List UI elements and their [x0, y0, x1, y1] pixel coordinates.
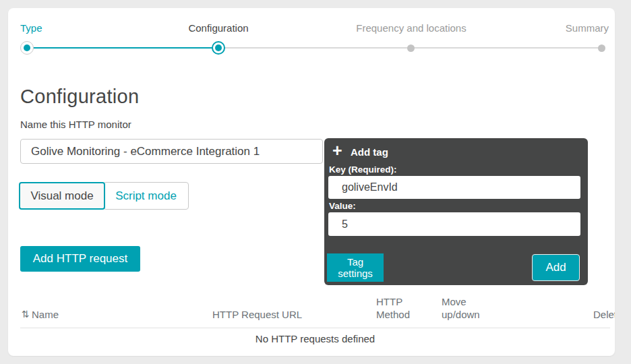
sort-icon[interactable]: ⇅	[22, 308, 30, 321]
stepper-progress-line	[27, 47, 218, 49]
tag-value-input[interactable]	[328, 212, 580, 236]
stepper-track-line	[411, 47, 602, 49]
tag-settings-button[interactable]: Tag settings	[327, 253, 384, 282]
column-header-name: Name	[32, 308, 59, 321]
step-label-type[interactable]: Type	[20, 22, 42, 34]
tag-add-button[interactable]: Add	[532, 254, 580, 281]
step-label-frequency-and-locations: Frequency and locations	[356, 22, 466, 34]
monitor-name-label: Name this HTTP monitor	[20, 119, 131, 130]
table-header-divider	[20, 328, 610, 328]
tag-value-label: Value:	[329, 201, 356, 211]
add-tag-panel: + Add tag Key (Required): Value: Tag set…	[324, 138, 588, 285]
script-mode-button[interactable]: Script mode	[103, 182, 189, 210]
step-label-summary: Summary	[566, 22, 609, 34]
mode-toggle-group: Visual mode Script mode	[19, 182, 189, 210]
step-dot-fill	[24, 44, 30, 51]
add-http-request-button[interactable]: Add HTTP request	[20, 246, 140, 272]
column-header-http-request-url: HTTP Request URL	[212, 308, 302, 321]
plus-icon: +	[332, 142, 342, 159]
column-header-move-up-down: Move up/down	[442, 295, 493, 321]
page-title: Configuration	[20, 86, 139, 108]
step-label-configuration[interactable]: Configuration	[188, 22, 248, 34]
tag-key-input[interactable]	[328, 176, 580, 199]
step-dot-configuration[interactable]	[212, 41, 225, 55]
tag-key-label: Key (Required):	[329, 164, 397, 175]
step-dot-fill	[215, 44, 222, 51]
column-header-delete: Delete	[593, 308, 615, 321]
step-dot-frequency	[407, 44, 415, 52]
wizard-card: Type Configuration Frequency and locatio…	[8, 8, 615, 356]
stepper-track-line	[218, 47, 411, 49]
step-dot-summary	[598, 44, 605, 52]
empty-table-message: No HTTP requests defined	[20, 333, 610, 344]
step-dot-type[interactable]	[20, 41, 34, 55]
visual-mode-button[interactable]: Visual mode	[19, 182, 105, 210]
add-tag-title: Add tag	[351, 146, 388, 158]
column-header-http-method: HTTP Method	[376, 295, 418, 321]
monitor-name-input[interactable]	[20, 139, 323, 164]
